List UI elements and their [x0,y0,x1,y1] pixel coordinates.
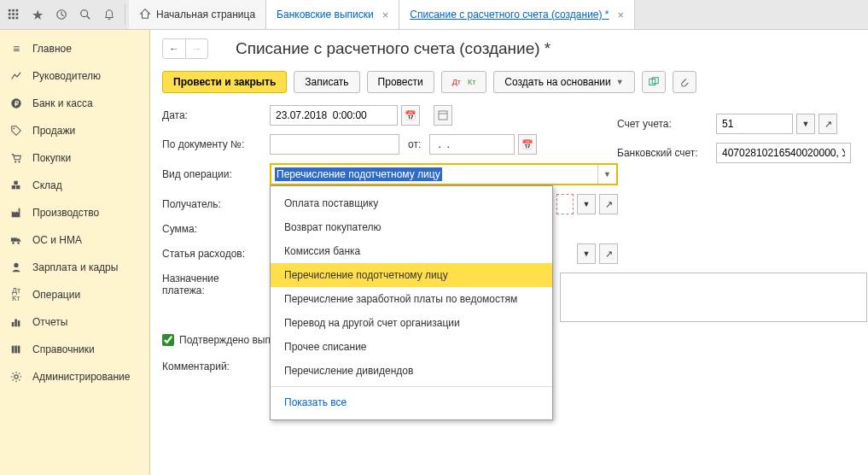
svg-line-11 [87,16,90,20]
apps-icon[interactable] [2,3,26,26]
svg-rect-17 [12,185,15,189]
chevron-down-icon[interactable]: ▼ [577,194,596,214]
nav-forward-button[interactable]: → [185,39,207,58]
open-icon[interactable]: ↗ [599,243,618,264]
search-icon[interactable] [73,3,97,26]
svg-rect-19 [14,181,17,185]
chevron-down-icon[interactable]: ▼ [796,114,815,134]
create-based-label: Создать на основании [504,76,611,88]
sidebar-item-reports[interactable]: Отчеты [0,308,149,336]
dropdown-item[interactable]: Перечисление подотчетному лицу [271,263,552,287]
tag-icon [9,123,24,138]
recipient-label: Получатель: [162,198,261,210]
calendar-icon[interactable]: 📅 [518,134,537,155]
sidebar-item-label: Склад [32,179,62,191]
optype-select[interactable]: Перечисление подотчетному лицу ▼ Оплата … [270,163,618,185]
sidebar-item-assets[interactable]: ОС и НМА [0,226,149,254]
dropdown-item[interactable]: Комиссия банка [271,239,552,263]
nav-back-button[interactable]: ← [163,39,185,58]
from-date-input[interactable] [429,134,515,155]
sidebar-item-warehouse[interactable]: Склад [0,172,149,199]
dtkt-button[interactable]: ДтКт [441,71,487,93]
docnum-input[interactable] [270,134,399,155]
svg-point-14 [14,128,15,130]
home-icon [139,8,151,22]
dropdown-item[interactable]: Возврат покупателю [271,215,552,239]
sidebar-item-refs[interactable]: Справочники [0,336,149,363]
optype-label: Вид операции: [162,168,261,180]
svg-point-30 [15,375,18,378]
tab-bank-statements[interactable]: Банковские выписки × [266,0,399,29]
sidebar-item-operations[interactable]: ДтКтОперации [0,281,149,308]
svg-rect-8 [16,17,19,20]
chevron-down-icon: ▼ [616,78,624,86]
post-and-close-button[interactable]: Провести и закрыть [162,71,287,93]
history-icon[interactable] [50,3,73,26]
sidebar-item-label: Операции [32,289,80,301]
svg-point-23 [14,263,18,267]
bankacct-label: Банковский счет: [617,147,709,159]
open-icon[interactable]: ↗ [599,194,618,214]
dropdown-item[interactable]: Перевод на другой счет организации [271,311,552,335]
nav-arrows: ← → [162,38,208,59]
tab-label: Банковские выписки [277,9,374,21]
bars-icon [9,314,24,330]
date-input[interactable] [270,105,398,126]
open-icon[interactable]: ↗ [818,114,837,134]
chart-icon [9,68,24,84]
svg-rect-24 [12,322,15,326]
sidebar-item-label: ОС и НМА [32,234,82,246]
tab-writeoff[interactable]: Списание с расчетного счета (создание) *… [399,0,635,29]
show-all-link[interactable]: Показать все [271,390,552,414]
sidebar-item-sales[interactable]: Продажи [0,117,149,144]
right-column: Счет учета: ▼ ↗ Банковский счет: [617,114,856,172]
bankacct-input[interactable] [716,143,851,163]
dropdown-item[interactable]: Оплата поставщику [271,191,552,215]
save-button[interactable]: Записать [294,71,359,93]
link-button[interactable] [642,71,666,93]
confirmed-checkbox[interactable] [162,334,174,346]
sidebar-item-production[interactable]: Производство [0,199,149,226]
attach-button[interactable] [673,71,696,93]
star-icon[interactable]: ★ [26,3,50,26]
calendar-icon[interactable]: 📅 [401,105,420,126]
chevron-down-icon[interactable]: ▼ [577,243,596,264]
dropdown-item[interactable]: Перечисление заработной платы по ведомос… [271,287,552,311]
sidebar-item-main[interactable]: ≡Главное [0,35,149,62]
date-label: Дата: [162,109,261,121]
purpose-textarea[interactable] [560,273,867,322]
close-icon[interactable]: × [382,9,389,21]
svg-point-16 [18,161,20,162]
separator [271,386,552,387]
truck-icon [9,232,24,248]
dropdown-item[interactable]: Перечисление дивидендов [271,359,552,383]
sidebar-item-salary[interactable]: Зарплата и кадры [0,254,149,281]
post-button[interactable]: Провести [367,71,434,93]
extra-button[interactable] [434,105,452,126]
bell-icon[interactable] [97,3,121,26]
tab-home[interactable]: Начальная страница [129,0,266,29]
menu-icon: ≡ [9,41,24,56]
sidebar-item-admin[interactable]: Администрирование [0,363,149,390]
ruble-icon: ₽ [9,96,24,111]
recipient-hint [556,194,574,214]
sidebar-item-manager[interactable]: Руководителю [0,62,149,90]
sidebar-item-label: Зарплата и кадры [32,261,118,273]
svg-rect-28 [15,346,17,354]
account-input[interactable] [716,114,793,134]
main-content: ← → Списание с расчетного счета (создани… [150,30,868,475]
cart-icon [9,150,24,166]
sidebar-item-label: Производство [32,207,99,219]
close-icon[interactable]: × [618,9,625,21]
create-based-button[interactable]: Создать на основании▼ [493,71,634,93]
expense-label: Статья расходов: [162,248,261,260]
dropdown-item[interactable]: Прочее списание [271,335,552,359]
purpose-label: Назначение платежа: [162,273,261,296]
chevron-down-icon[interactable]: ▼ [597,165,616,184]
sidebar-item-bank[interactable]: ₽Банк и касса [0,90,149,117]
svg-rect-33 [439,111,447,120]
boxes-icon [9,178,24,193]
sidebar-item-purchases[interactable]: Покупки [0,144,149,172]
factory-icon [9,205,24,220]
dtkt-icon: ДтКт [9,287,24,302]
